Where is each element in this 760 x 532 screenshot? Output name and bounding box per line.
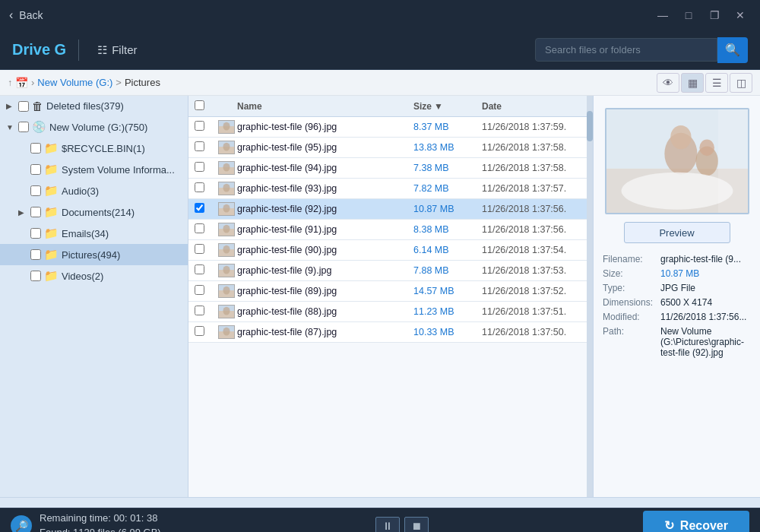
file-thumb-1 — [216, 141, 237, 154]
pause-button[interactable]: ⏸ — [375, 517, 400, 533]
file-checkbox-5[interactable] — [195, 223, 204, 233]
file-row[interactable]: graphic-test-file (91).jpg 8.38 MB 11/26… — [188, 220, 587, 240]
file-checkbox-1[interactable] — [195, 141, 204, 151]
sidebar-toggle-newvol[interactable]: ▼ — [6, 123, 15, 131]
breadcrumb-current: Pictures — [125, 77, 160, 88]
sidebar-item-emails[interactable]: 📁 Emails(34) — [0, 223, 188, 244]
file-size-2: 7.38 MB — [413, 163, 482, 173]
grid-view-btn[interactable]: ▦ — [681, 73, 704, 93]
scrollbar-thumb[interactable] — [587, 111, 593, 141]
title-bar: ‹ Back — □ ❐ ✕ — [0, 0, 760, 30]
recover-label: Recover — [680, 519, 728, 533]
search-icon: 🔍 — [725, 43, 740, 57]
search-button[interactable]: 🔍 — [717, 37, 748, 63]
header-bar: Drive G ☷ Filter 🔍 — [0, 30, 760, 70]
recover-button[interactable]: ↻ Recover — [643, 511, 749, 532]
select-all-checkbox[interactable] — [195, 100, 204, 110]
sidebar: ▶ 🗑 Deleted files(379) ▼ 💿 New Volume (G… — [0, 96, 188, 497]
preview-panel: Preview Filename: graphic-test-file (9..… — [593, 96, 760, 497]
restore-button[interactable]: □ — [678, 5, 699, 26]
file-row[interactable]: graphic-test-file (9).jpg 7.88 MB 11/26/… — [188, 261, 587, 281]
sidebar-item-deleted[interactable]: ▶ 🗑 Deleted files(379) — [0, 96, 188, 116]
file-row[interactable]: graphic-test-file (93).jpg 7.82 MB 11/26… — [188, 179, 587, 199]
sidebar-checkbox-documents[interactable] — [30, 207, 41, 217]
sidebar-checkbox-newvol[interactable] — [18, 122, 29, 132]
file-row[interactable]: graphic-test-file (94).jpg 7.38 MB 11/26… — [188, 158, 587, 179]
sidebar-checkbox-pictures[interactable] — [30, 249, 41, 260]
sidebar-item-recycle[interactable]: 📁 $RECYCLE.BIN(1) — [0, 138, 188, 159]
sidebar-checkbox-deleted[interactable] — [18, 101, 29, 112]
row-check-7 — [195, 264, 216, 277]
maximize-button[interactable]: ❐ — [704, 5, 725, 26]
file-row[interactable]: graphic-test-file (88).jpg 11.23 MB 11/2… — [188, 302, 587, 322]
sidebar-checkbox-audio[interactable] — [30, 185, 41, 196]
svg-rect-41 — [717, 109, 747, 213]
back-button[interactable]: ‹ — [9, 8, 13, 22]
size-column-header[interactable]: Size ▼ — [413, 101, 482, 112]
breadcrumb-up-btn[interactable]: ↑ — [8, 78, 12, 88]
file-checkbox-9[interactable] — [195, 306, 204, 315]
file-row[interactable]: graphic-test-file (90).jpg 6.14 MB 11/26… — [188, 240, 587, 261]
file-checkbox-6[interactable] — [195, 244, 204, 254]
horizontal-scrollbar[interactable] — [0, 497, 760, 508]
file-thumb-6 — [216, 243, 237, 257]
name-column-header[interactable]: Name — [237, 101, 413, 112]
file-checkbox-3[interactable] — [195, 182, 204, 192]
thumbnail-3 — [218, 182, 235, 195]
file-checkbox-8[interactable] — [195, 285, 204, 295]
file-list-scroll[interactable]: graphic-test-file (96).jpg 8.37 MB 11/26… — [188, 117, 587, 497]
meta-dimensions: Dimensions: 6500 X 4174 — [603, 297, 751, 308]
sidebar-toggle-deleted[interactable]: ▶ — [6, 102, 15, 110]
vertical-scrollbar[interactable] — [587, 96, 593, 497]
close-button[interactable]: ✕ — [730, 5, 751, 26]
status-bar: 🔎 Remaining time: 00: 01: 38 Found: 1129… — [0, 508, 760, 532]
sidebar-item-videos[interactable]: 📁 Videos(2) — [0, 265, 188, 287]
preview-button[interactable]: Preview — [624, 222, 730, 243]
file-size-7: 7.88 MB — [413, 265, 482, 276]
file-size-1: 13.83 MB — [413, 142, 482, 153]
file-date-10: 11/26/2018 1:37:50. — [482, 327, 581, 337]
breadcrumb-volume-link[interactable]: New Volume (G:) — [37, 77, 112, 88]
file-name-0: graphic-test-file (96).jpg — [237, 122, 413, 132]
filter-button[interactable]: ☷ Filter — [91, 40, 143, 60]
sidebar-icon-deleted: 🗑 — [32, 100, 43, 112]
search-input[interactable] — [535, 38, 717, 62]
date-column-header[interactable]: Date — [482, 101, 581, 112]
sidebar-item-audio[interactable]: 📁 Audio(3) — [0, 180, 188, 201]
sidebar-item-newvol[interactable]: ▼ 💿 New Volume (G:)(750) — [0, 116, 188, 138]
file-row[interactable]: graphic-test-file (87).jpg 10.33 MB 11/2… — [188, 322, 587, 343]
sidebar-item-sysvolinfo[interactable]: 📁 System Volume Informa... — [0, 159, 188, 180]
preview-toggle-btn[interactable]: 👁 — [657, 73, 679, 93]
file-row[interactable]: graphic-test-file (92).jpg 10.87 MB 11/2… — [188, 199, 587, 220]
file-checkbox-0[interactable] — [195, 121, 204, 131]
sidebar-item-documents[interactable]: ▶ 📁 Documents(214) — [0, 201, 188, 223]
row-check-2 — [195, 162, 216, 174]
file-checkbox-4[interactable] — [195, 203, 204, 213]
meta-path: Path: New Volume (G:\Pictures\graphic-te… — [603, 326, 751, 358]
file-thumb-9 — [216, 305, 237, 318]
sidebar-label-documents: Documents(214) — [62, 207, 135, 218]
file-name-10: graphic-test-file (87).jpg — [237, 327, 413, 337]
file-checkbox-10[interactable] — [195, 326, 204, 336]
detail-view-btn[interactable]: ◫ — [730, 73, 752, 93]
sidebar-item-pictures[interactable]: 📁 Pictures(494) — [0, 244, 188, 265]
list-view-btn[interactable]: ☰ — [705, 73, 728, 93]
file-row[interactable]: graphic-test-file (89).jpg 14.57 MB 11/2… — [188, 281, 587, 302]
file-checkbox-7[interactable] — [195, 264, 204, 274]
thumbnail-5 — [218, 223, 235, 236]
view-controls: 👁 ▦ ☰ ◫ — [657, 73, 752, 93]
thumbnail-10 — [218, 325, 235, 339]
sidebar-checkbox-recycle[interactable] — [30, 143, 41, 154]
sidebar-icon-documents: 📁 — [44, 205, 59, 219]
stop-button[interactable]: ⏹ — [404, 517, 429, 533]
file-row[interactable]: graphic-test-file (95).jpg 13.83 MB 11/2… — [188, 138, 587, 158]
file-checkbox-2[interactable] — [195, 162, 204, 172]
sidebar-checkbox-videos[interactable] — [30, 271, 41, 281]
file-size-6: 6.14 MB — [413, 245, 482, 255]
file-row[interactable]: graphic-test-file (96).jpg 8.37 MB 11/26… — [188, 117, 587, 138]
minimize-button[interactable]: — — [652, 5, 673, 26]
sidebar-checkbox-emails[interactable] — [30, 228, 41, 239]
sidebar-toggle-documents[interactable]: ▶ — [18, 208, 27, 217]
row-check-0 — [195, 121, 216, 133]
sidebar-checkbox-sysvolinfo[interactable] — [30, 164, 41, 175]
